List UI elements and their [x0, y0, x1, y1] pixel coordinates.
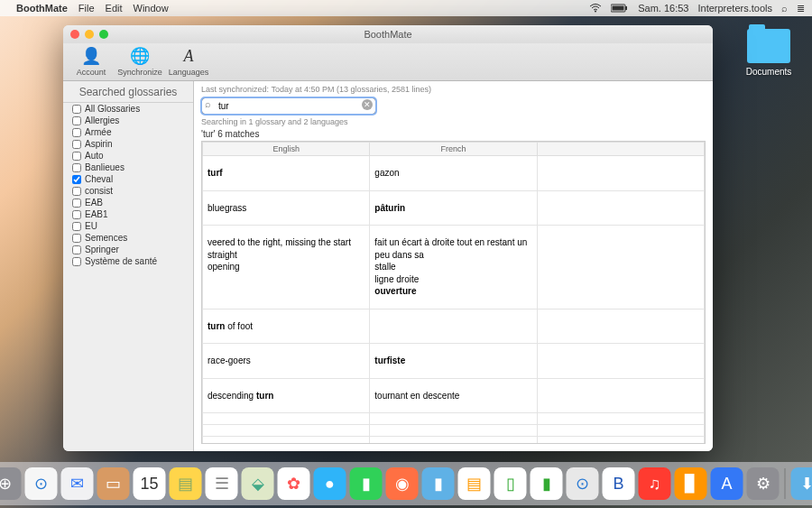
table-row[interactable]: turn of foot [203, 309, 705, 344]
table-cell [537, 309, 704, 344]
table-row[interactable]: turfgazon [203, 156, 705, 191]
glossary-label: Semences [85, 233, 127, 243]
dock-photobooth[interactable]: ◉ [386, 467, 419, 500]
glossary-item[interactable]: Allergies [63, 115, 193, 126]
glossary-checkbox[interactable] [72, 222, 81, 231]
sync-status: Last synchronized: Today at 4:50 PM (13 … [201, 85, 706, 94]
table-row[interactable]: race-goersturfiste [203, 344, 705, 379]
dock-appstore[interactable]: A [711, 467, 743, 500]
glossary-item[interactable]: Aspirin [63, 138, 193, 150]
dock-notes[interactable]: ▤ [170, 467, 202, 500]
glossary-label: Système de santé [85, 256, 157, 266]
glossary-checkbox[interactable] [72, 105, 81, 114]
table-cell: turn of foot [203, 309, 370, 344]
notification-icon[interactable]: ≣ [797, 3, 805, 14]
results-table[interactable]: EnglishFrenchturfgazonbluegrasspâturinve… [201, 141, 706, 444]
dock-facetime[interactable]: ▮ [350, 467, 383, 500]
menu-file[interactable]: File [78, 3, 95, 14]
menu-window[interactable]: Window [134, 3, 169, 14]
search-input[interactable] [201, 97, 376, 115]
glossary-item[interactable]: Armée [63, 126, 193, 138]
dock-boothmate[interactable]: B [603, 467, 635, 500]
dock-separator [785, 468, 786, 499]
glossary-item[interactable]: Auto [63, 150, 193, 162]
dock-safari[interactable]: ⊙ [25, 467, 58, 500]
glossary-checkbox[interactable] [72, 210, 81, 219]
dock-settings[interactable]: ⚙ [747, 467, 780, 500]
svg-rect-2 [625, 6, 627, 10]
table-cell: descending turn [203, 378, 370, 413]
glossary-checkbox[interactable] [72, 245, 81, 254]
match-count: 'tur' 6 matches [201, 129, 706, 139]
glossary-item[interactable]: Semences [63, 232, 193, 244]
glossary-label: EU [85, 221, 97, 231]
glossary-item[interactable]: Springer [63, 244, 193, 255]
desktop-documents-folder[interactable]: Documents [742, 29, 796, 77]
dock-downloads[interactable]: ⬇ [791, 467, 813, 500]
dock-launchpad[interactable]: ⊕ [0, 467, 22, 500]
menu-edit[interactable]: Edit [106, 3, 123, 14]
titlebar[interactable]: BoothMate [63, 25, 713, 43]
table-row[interactable]: descending turntournant en descente [203, 378, 705, 413]
app-window: BoothMate 👤 Account 🌐 Synchronize A Lang… [63, 25, 713, 451]
glossary-checkbox[interactable] [72, 163, 81, 172]
dock-safari2[interactable]: ⊙ [567, 467, 599, 500]
table-cell: turfiste [370, 344, 537, 379]
menubar-time[interactable]: Sam. 16:53 [638, 3, 688, 14]
glossary-checkbox[interactable] [72, 187, 81, 196]
table-row[interactable]: veered to the right, missing the startst… [203, 226, 705, 309]
dock-calendar[interactable]: 15 [134, 467, 166, 500]
dock-ibooks[interactable]: ▊ [675, 467, 707, 500]
table-cell [370, 309, 537, 344]
dock-reminders[interactable]: ☰ [206, 467, 238, 500]
glossary-checkbox[interactable] [72, 175, 81, 184]
glossary-checkbox[interactable] [72, 257, 81, 266]
wifi-icon[interactable] [589, 4, 602, 13]
dock-mail[interactable]: ✉ [61, 467, 94, 500]
glossary-checkbox[interactable] [72, 128, 81, 137]
synchronize-button[interactable]: 🌐 Synchronize [117, 45, 162, 77]
column-header[interactable]: French [370, 143, 537, 156]
dock-numbers[interactable]: ▯ [494, 467, 527, 500]
spotlight-icon[interactable]: ⌕ [781, 3, 788, 14]
clear-search-button[interactable]: ✕ [362, 99, 373, 110]
glossary-label: Cheval [85, 174, 113, 184]
dock-maps[interactable]: ⬙ [242, 467, 274, 500]
glossary-label: EAB1 [85, 209, 108, 219]
glossary-checkbox[interactable] [72, 234, 81, 243]
table-cell: race-goers [203, 344, 370, 379]
table-cell: bluegrass [203, 190, 370, 226]
glossary-checkbox[interactable] [72, 140, 81, 149]
battery-icon[interactable] [611, 4, 629, 13]
column-header[interactable]: English [203, 143, 370, 156]
app-menu[interactable]: BoothMate [16, 3, 68, 14]
glossary-label: Aspirin [85, 139, 113, 149]
glossary-item[interactable]: All Glossaries [63, 103, 193, 115]
dock-itunes[interactable]: ♫ [639, 467, 671, 500]
dock-photos[interactable]: ✿ [278, 467, 310, 500]
glossary-item[interactable]: Cheval [63, 173, 193, 185]
glossary-checkbox[interactable] [72, 199, 81, 208]
glossary-item[interactable]: EAB [63, 197, 193, 208]
glossary-item[interactable]: Banlieues [63, 162, 193, 173]
search-field-wrapper: ⌕ ✕ [201, 97, 376, 115]
menubar: BoothMate File Edit Window Sam. 16:53 In… [0, 0, 812, 16]
dock-contacts[interactable]: ▭ [97, 467, 130, 500]
menubar-sitename[interactable]: Interpreters.tools [697, 3, 772, 14]
glossary-item[interactable]: consist [63, 185, 193, 197]
languages-button[interactable]: A Languages [166, 45, 211, 77]
glossary-checkbox[interactable] [72, 116, 81, 125]
glossary-item[interactable]: EAB1 [63, 208, 193, 220]
glossary-item[interactable]: Système de santé [63, 255, 193, 267]
dock-numbers2[interactable]: ▮ [531, 467, 563, 500]
table-row[interactable]: bluegrasspâturin [203, 190, 705, 226]
account-button[interactable]: 👤 Account [69, 45, 114, 77]
dock-folder1[interactable]: ▮ [422, 467, 455, 500]
dock-pages[interactable]: ▤ [458, 467, 491, 500]
glossary-item[interactable]: EU [63, 220, 193, 232]
column-header[interactable] [537, 143, 704, 156]
table-cell: veered to the right, missing the startst… [203, 226, 370, 309]
glossary-checkbox[interactable] [72, 152, 81, 161]
window-title: BoothMate [63, 29, 713, 40]
dock-messages[interactable]: ● [314, 467, 346, 500]
